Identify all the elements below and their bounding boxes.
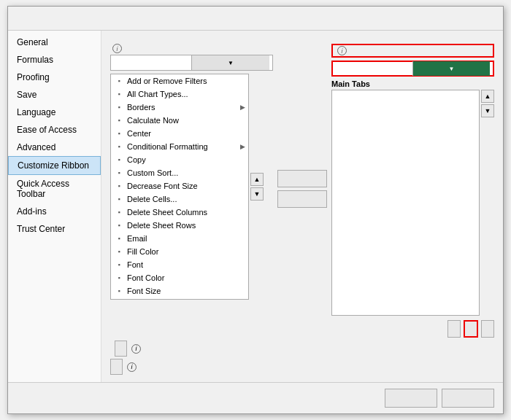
border-icon: ▪ xyxy=(113,102,125,112)
nav-item-language[interactable]: Language xyxy=(8,104,101,121)
commands-list[interactable]: ▪Add or Remove Filters▪All Chart Types..… xyxy=(110,74,249,300)
nav-item-save[interactable]: Save xyxy=(8,86,101,104)
command-item[interactable]: ▪Delete Cells... xyxy=(111,192,248,206)
ribbon-scroll-down[interactable]: ▼ xyxy=(481,104,494,117)
nav-item-add-ins[interactable]: Add-ins xyxy=(8,203,101,220)
import-export-button[interactable] xyxy=(110,359,123,375)
add-button[interactable] xyxy=(277,170,327,187)
submenu-arrow: ▶ xyxy=(240,104,245,111)
nav-item-advanced[interactable]: Advanced xyxy=(8,139,101,156)
email-icon: ▪ xyxy=(113,233,125,244)
command-item[interactable]: ▪Conditional Formatting▶ xyxy=(111,140,248,153)
commands-info-icon: i xyxy=(112,44,122,53)
ribbon-action-btns xyxy=(447,320,494,338)
import-export-row: i xyxy=(110,359,494,375)
commands-list-wrapper: ▪Add or Remove Filters▪All Chart Types..… xyxy=(110,74,273,300)
nav-item-customize-ribbon[interactable]: Customize Ribbon xyxy=(8,156,101,175)
nav-item-general[interactable]: General xyxy=(8,34,101,51)
ribbon-scroll-btns: ▲ ▼ xyxy=(481,90,494,317)
commands-scroll-down[interactable]: ▼ xyxy=(250,187,264,201)
sort-icon: ▪ xyxy=(113,168,125,178)
title-bar xyxy=(8,7,503,31)
cancel-button[interactable] xyxy=(442,389,494,408)
command-item[interactable]: ▪Font Color xyxy=(111,271,248,284)
ribbon-combo-arrow[interactable]: ▼ xyxy=(412,61,490,76)
filter-icon: ▪ xyxy=(113,76,125,86)
top-section: i ▼ ▪Add or Remove Filters▪All Chart Typ… xyxy=(110,44,494,317)
main-tabs-header: Main Tabs xyxy=(331,79,494,88)
submenu-arrow: ▶ xyxy=(240,143,245,150)
chart-icon: ▪ xyxy=(113,89,125,99)
commands-scroll-up[interactable]: ▲ xyxy=(250,173,264,186)
nav-item-formulas[interactable]: Formulas xyxy=(8,51,101,69)
ribbon-scroll-up[interactable]: ▲ xyxy=(481,90,494,103)
ribbon-info-icon: i xyxy=(337,46,347,55)
command-item[interactable]: ▪All Chart Types... xyxy=(111,88,248,101)
command-item[interactable]: ▪Font Size xyxy=(111,284,248,298)
command-item[interactable]: ▪Borders▶ xyxy=(111,101,248,114)
commands-scroll-btns: ▲ ▼ xyxy=(250,74,264,300)
fill-icon: ▪ xyxy=(113,246,125,257)
formatcells-icon: ▪ xyxy=(113,299,125,300)
commands-col: i ▼ ▪Add or Remove Filters▪All Chart Typ… xyxy=(110,44,273,317)
nav-item-proofing[interactable]: Proofing xyxy=(8,69,101,86)
new-group-button[interactable] xyxy=(464,320,478,338)
command-item[interactable]: ▪Delete Sheet Columns xyxy=(111,206,248,219)
cells-icon: ▪ xyxy=(113,194,125,204)
center-icon: ▪ xyxy=(113,128,125,139)
fontcolor-icon: ▪ xyxy=(113,273,125,283)
a-icon: ▪ xyxy=(113,181,125,191)
command-item[interactable]: ▪Email xyxy=(111,232,248,245)
command-item[interactable]: ▪Center xyxy=(111,127,248,140)
ribbon-actions-wrapper xyxy=(110,320,494,338)
nav-item-quick-access-toolbar[interactable]: Quick Access Toolbar xyxy=(8,175,101,203)
ribbon-col: i ▼ Main Tabs ▲ ▼ xyxy=(331,44,494,317)
calc-icon: ▪ xyxy=(113,115,125,125)
import-info-icon: i xyxy=(127,362,137,372)
command-item[interactable]: ▪Delete Sheet Rows xyxy=(111,219,248,232)
rename-button[interactable] xyxy=(481,320,494,338)
font-icon: ▪ xyxy=(113,260,125,270)
dialog-body: GeneralFormulasProofingSaveLanguageEase … xyxy=(8,31,503,382)
nav-item-ease-of-access[interactable]: Ease of Access xyxy=(8,121,101,139)
help-button[interactable] xyxy=(466,11,481,26)
delcol-icon: ▪ xyxy=(113,207,125,217)
reset-info-icon: i xyxy=(131,344,141,354)
commands-combo-arrow[interactable]: ▼ xyxy=(191,55,269,70)
commands-combo[interactable]: ▼ xyxy=(110,55,273,71)
command-item[interactable]: ▪Custom Sort... xyxy=(111,166,248,179)
ok-button[interactable] xyxy=(385,389,437,408)
ribbon-combo[interactable]: ▼ xyxy=(331,61,494,77)
command-item[interactable]: ▪Font xyxy=(111,258,248,271)
condformat-icon: ▪ xyxy=(113,141,125,152)
command-item[interactable]: ▪Format Cells xyxy=(111,298,248,300)
command-item[interactable]: ▪Fill Color xyxy=(111,245,248,258)
customizations-row: i xyxy=(110,341,494,357)
ribbon-tree-wrapper: ▲ ▼ xyxy=(331,90,494,317)
command-item[interactable]: ▪Add or Remove Filters xyxy=(111,74,248,88)
excel-options-dialog: GeneralFormulasProofingSaveLanguageEase … xyxy=(7,6,504,414)
reset-button[interactable] xyxy=(115,341,127,357)
middle-buttons xyxy=(273,60,331,317)
ribbon-tree[interactable] xyxy=(331,90,480,316)
commands-label: i xyxy=(110,44,273,53)
close-button[interactable] xyxy=(483,11,497,26)
command-item[interactable]: ▪Calculate Now xyxy=(111,114,248,127)
left-nav: GeneralFormulasProofingSaveLanguageEase … xyxy=(8,31,101,382)
title-bar-controls xyxy=(466,11,497,26)
command-item[interactable]: ▪Copy xyxy=(111,153,248,166)
fontsize-icon: ▪ xyxy=(113,286,125,296)
command-item[interactable]: ▪Decrease Font Size xyxy=(111,179,248,192)
dialog-footer xyxy=(8,382,503,413)
copy-icon: ▪ xyxy=(113,155,125,165)
main-content: i ▼ ▪Add or Remove Filters▪All Chart Typ… xyxy=(101,31,503,382)
new-tab-button[interactable] xyxy=(447,320,461,338)
delrow-icon: ▪ xyxy=(113,220,125,230)
ribbon-label: i xyxy=(331,44,494,58)
nav-item-trust-center[interactable]: Trust Center xyxy=(8,220,101,238)
remove-button[interactable] xyxy=(277,190,327,208)
